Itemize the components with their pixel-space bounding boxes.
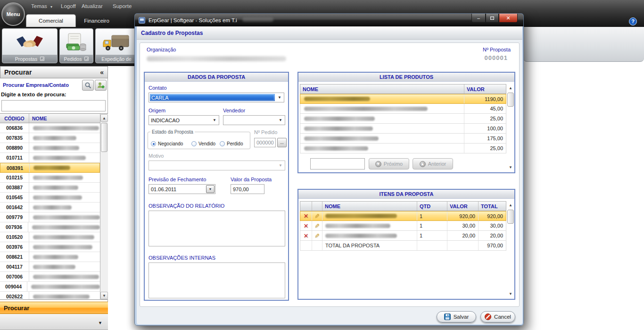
proximo-button[interactable]: ▼ Próximo	[369, 158, 409, 169]
produto-row-selected[interactable]: 1190,00	[300, 94, 506, 104]
scroll-up-icon[interactable]: ▲	[507, 201, 514, 209]
radio-perdido[interactable]: Perdido	[220, 141, 243, 146]
chevron-down-icon[interactable]: ▼	[276, 93, 283, 102]
produto-row[interactable]: 45,00	[300, 104, 506, 114]
table-row[interactable]: 004117	[0, 262, 100, 272]
contato-combobox[interactable]: CARLA ▼	[149, 93, 284, 102]
item-row[interactable]: ✕ ✎ 1 30,00 30,00	[300, 221, 506, 231]
tab-financeiro[interactable]: Financeiro	[77, 14, 116, 27]
obs-internas-textarea[interactable]	[149, 262, 285, 298]
calendar-dropdown-icon[interactable]: ▼	[206, 185, 215, 193]
table-row[interactable]: 003976	[0, 242, 100, 252]
produto-row[interactable]: 25,00	[300, 144, 506, 153]
valor-input[interactable]: 970,00	[231, 184, 264, 194]
pedido-browse-button[interactable]: ...	[277, 138, 287, 147]
table-row[interactable]: 010545	[0, 193, 100, 203]
dialog-body: Cadastro de Propostas Organização Nº Pro…	[137, 26, 522, 324]
table-row[interactable]: 007006	[0, 272, 100, 282]
delete-icon[interactable]: ✕	[304, 222, 309, 229]
dialog-title: ErpGear | Softgear - Soluções em T.i	[149, 17, 237, 23]
menu-atualizar[interactable]: Atualizar	[82, 3, 103, 9]
dialog-launcher-icon[interactable]	[84, 57, 89, 61]
scroll-down-icon[interactable]: ▼	[100, 292, 108, 299]
table-row[interactable]: 010711	[0, 153, 100, 163]
add-user-icon	[97, 82, 105, 89]
table-row[interactable]: 002622	[0, 292, 100, 300]
previsao-datepicker[interactable]: 01.06.2011 ▼	[149, 184, 215, 194]
ribbon-expedicao-button[interactable]: Expedição de	[95, 28, 138, 63]
sidebar-scrollbar[interactable]: ▲ ▼	[100, 114, 108, 300]
search-icon	[85, 82, 91, 89]
close-button[interactable]: ✕	[499, 14, 518, 23]
vendedor-combobox[interactable]: ▼	[223, 115, 285, 125]
collapse-icon[interactable]: «	[100, 68, 104, 76]
produtos-scrollbar[interactable]: ▲ ▼	[507, 84, 514, 171]
save-button[interactable]: Salvar	[437, 311, 476, 322]
menu-button[interactable]: Menu	[1, 2, 25, 26]
add-contact-button[interactable]	[95, 80, 107, 91]
menu-logoff[interactable]: Logoff	[61, 3, 76, 9]
table-row[interactable]: 010520	[0, 232, 100, 242]
scroll-down-icon[interactable]: ▼	[507, 163, 514, 171]
edit-pencil-icon[interactable]: ✎	[314, 212, 320, 220]
produto-row[interactable]: 25,00	[300, 114, 506, 124]
scroll-thumb[interactable]	[101, 123, 107, 152]
pedido-input[interactable]: 000000	[254, 138, 276, 147]
scroll-up-icon[interactable]: ▲	[507, 84, 514, 92]
ribbon-pedidos-button[interactable]: Pedidos	[59, 28, 93, 63]
origem-combobox[interactable]: INDICACAO ▼	[149, 115, 219, 125]
scroll-thumb[interactable]	[507, 93, 514, 107]
table-row[interactable]: 003887	[0, 183, 100, 193]
help-icon[interactable]: ?	[629, 17, 637, 25]
radio-vendido[interactable]: Vendido	[191, 141, 215, 146]
chevron-down-icon[interactable]: ▼	[211, 116, 218, 124]
edit-pencil-icon[interactable]: ✎	[314, 222, 320, 229]
table-row[interactable]: 009779	[0, 212, 100, 222]
edit-pencil-icon[interactable]: ✎	[314, 232, 320, 239]
table-row[interactable]: 001642	[0, 203, 100, 212]
scroll-thumb[interactable]	[507, 210, 514, 224]
table-row-selected[interactable]: 008391	[0, 163, 100, 173]
restore-button[interactable]	[486, 14, 499, 23]
menu-suporte[interactable]: Suporte	[113, 3, 132, 9]
item-row-selected[interactable]: ✕ ✎ 1 920,00 920,00	[300, 211, 506, 221]
sidebar-footer-procurar[interactable]: Procurar	[0, 302, 108, 314]
produto-row[interactable]: 100,00	[300, 124, 506, 134]
truck-icon	[96, 31, 137, 55]
dialog-launcher-icon[interactable]	[40, 57, 44, 61]
cancel-button[interactable]: Cancel	[480, 311, 515, 322]
scroll-up-icon[interactable]: ▲	[100, 114, 108, 122]
tab-comercial[interactable]: Comercial	[26, 14, 76, 27]
delete-icon[interactable]: ✕	[304, 212, 309, 220]
item-row[interactable]: ✕ ✎ 1 20,00 20,00	[300, 231, 506, 241]
company-table: CÓDIGO NOME 006836 007835 008890 010711 …	[0, 113, 108, 300]
scroll-down-icon[interactable]: ▼	[507, 290, 514, 297]
chevron-down-icon[interactable]: ▼	[98, 321, 102, 325]
chevron-down-icon[interactable]: ▼	[277, 116, 284, 124]
menu-temas[interactable]: Temas	[31, 3, 47, 9]
table-row[interactable]: 010215	[0, 173, 100, 183]
table-row[interactable]: 009044	[0, 282, 100, 292]
delete-icon[interactable]: ✕	[304, 232, 309, 239]
anterior-button[interactable]: ▲ Anterior	[413, 158, 453, 169]
motivo-combobox: ▼	[149, 161, 285, 170]
ribbon-propostas-button[interactable]: Propostas	[2, 28, 58, 63]
table-row[interactable]: 008621	[0, 252, 100, 262]
itens-panel: ITENS DA PROPOSTA NOME QTD VALOR TOTAL ✕…	[297, 189, 515, 300]
search-button[interactable]	[82, 80, 94, 91]
chevron-down-icon[interactable]: ▾	[50, 5, 52, 9]
obs-relatorio-textarea[interactable]	[149, 211, 285, 246]
produtos-search-input[interactable]	[310, 158, 365, 169]
previsao-label: Previsão de Fechamento	[149, 177, 206, 182]
table-row[interactable]: 008890	[0, 143, 100, 153]
dialog-titlebar[interactable]: ErpGear | Softgear - Soluções em T.i – ✕	[135, 14, 523, 26]
itens-scrollbar[interactable]: ▲ ▼	[507, 201, 514, 298]
produto-row[interactable]: 175,00	[300, 134, 506, 144]
table-row[interactable]: 006836	[0, 123, 100, 133]
table-row[interactable]: 007835	[0, 133, 100, 143]
minimize-button[interactable]: –	[471, 14, 486, 23]
radio-negociando[interactable]: Negociando	[151, 141, 183, 146]
search-input[interactable]	[1, 100, 106, 111]
sidebar-bottom-bar[interactable]: ▼	[0, 314, 108, 330]
table-row[interactable]: 007936	[0, 222, 100, 232]
